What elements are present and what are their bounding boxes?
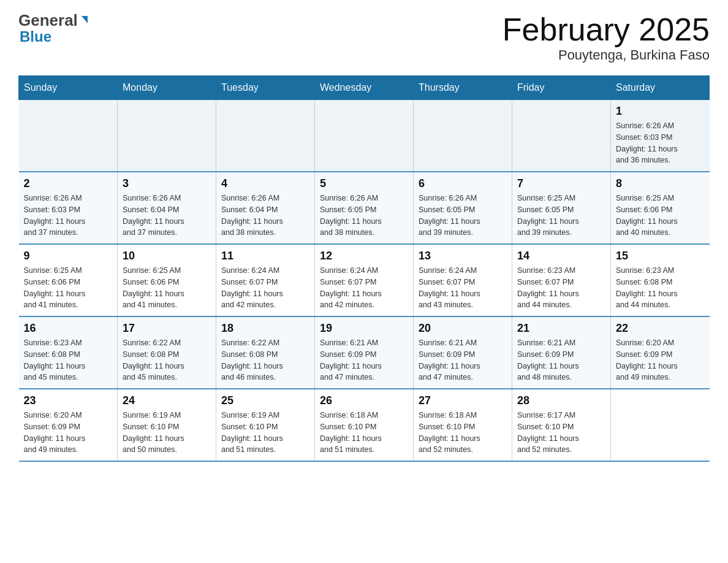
calendar-cell: 20Sunrise: 6:21 AMSunset: 6:09 PMDayligh… (414, 316, 512, 389)
calendar-cell: 8Sunrise: 6:25 AMSunset: 6:06 PMDaylight… (611, 172, 710, 244)
day-number: 11 (221, 250, 309, 262)
day-number: 7 (517, 177, 605, 190)
day-info: Sunrise: 6:18 AMSunset: 6:10 PMDaylight:… (419, 410, 507, 456)
logo-arrow-icon (79, 15, 90, 26)
calendar-cell: 11Sunrise: 6:24 AMSunset: 6:07 PMDayligh… (216, 244, 315, 316)
day-info: Sunrise: 6:21 AMSunset: 6:09 PMDaylight:… (320, 337, 408, 383)
logo-general-text: General (18, 12, 78, 28)
weekday-header-tuesday: Tuesday (216, 76, 315, 100)
day-info: Sunrise: 6:25 AMSunset: 6:06 PMDaylight:… (24, 265, 113, 311)
day-number: 26 (320, 394, 408, 407)
weekday-header-thursday: Thursday (414, 76, 512, 100)
day-info: Sunrise: 6:26 AMSunset: 6:04 PMDaylight:… (123, 193, 211, 239)
day-number: 21 (517, 322, 605, 335)
day-number: 17 (123, 322, 211, 335)
day-number: 27 (419, 394, 507, 407)
calendar-cell: 2Sunrise: 6:26 AMSunset: 6:03 PMDaylight… (19, 172, 118, 244)
calendar-header-row: SundayMondayTuesdayWednesdayThursdayFrid… (19, 76, 710, 100)
calendar-cell: 28Sunrise: 6:17 AMSunset: 6:10 PMDayligh… (512, 389, 611, 461)
calendar-cell: 19Sunrise: 6:21 AMSunset: 6:09 PMDayligh… (315, 316, 414, 389)
day-number: 9 (24, 250, 113, 262)
day-info: Sunrise: 6:22 AMSunset: 6:08 PMDaylight:… (123, 337, 211, 383)
day-info: Sunrise: 6:19 AMSunset: 6:10 PMDaylight:… (123, 410, 211, 456)
day-number: 10 (123, 250, 211, 262)
calendar-cell: 26Sunrise: 6:18 AMSunset: 6:10 PMDayligh… (315, 389, 414, 461)
calendar-table: SundayMondayTuesdayWednesdayThursdayFrid… (18, 75, 710, 462)
calendar-cell: 10Sunrise: 6:25 AMSunset: 6:06 PMDayligh… (118, 244, 216, 316)
weekday-header-monday: Monday (118, 76, 216, 100)
day-number: 15 (616, 250, 705, 262)
day-info: Sunrise: 6:25 AMSunset: 6:06 PMDaylight:… (123, 265, 211, 311)
day-info: Sunrise: 6:26 AMSunset: 6:05 PMDaylight:… (419, 193, 507, 239)
day-number: 25 (221, 394, 309, 407)
day-info: Sunrise: 6:23 AMSunset: 6:08 PMDaylight:… (616, 265, 705, 311)
day-number: 1 (616, 105, 705, 118)
calendar-week-row: 23Sunrise: 6:20 AMSunset: 6:09 PMDayligh… (19, 389, 710, 461)
calendar-cell: 5Sunrise: 6:26 AMSunset: 6:05 PMDaylight… (315, 172, 414, 244)
calendar-cell: 24Sunrise: 6:19 AMSunset: 6:10 PMDayligh… (118, 389, 216, 461)
day-info: Sunrise: 6:20 AMSunset: 6:09 PMDaylight:… (24, 410, 113, 456)
day-number: 2 (24, 177, 113, 190)
day-number: 24 (123, 394, 211, 407)
calendar-cell: 1Sunrise: 6:26 AMSunset: 6:03 PMDaylight… (611, 100, 710, 172)
day-info: Sunrise: 6:19 AMSunset: 6:10 PMDaylight:… (221, 410, 309, 456)
day-info: Sunrise: 6:20 AMSunset: 6:09 PMDaylight:… (616, 337, 705, 383)
page-subtitle: Pouytenga, Burkina Faso (502, 47, 710, 63)
calendar-cell: 18Sunrise: 6:22 AMSunset: 6:08 PMDayligh… (216, 316, 315, 389)
day-number: 28 (517, 394, 605, 407)
day-info: Sunrise: 6:26 AMSunset: 6:04 PMDaylight:… (221, 193, 309, 239)
svg-marker-0 (82, 16, 88, 23)
calendar-cell: 15Sunrise: 6:23 AMSunset: 6:08 PMDayligh… (611, 244, 710, 316)
day-number: 14 (517, 250, 605, 262)
calendar-cell: 27Sunrise: 6:18 AMSunset: 6:10 PMDayligh… (414, 389, 512, 461)
calendar-week-row: 9Sunrise: 6:25 AMSunset: 6:06 PMDaylight… (19, 244, 710, 316)
day-number: 22 (616, 322, 705, 335)
day-number: 5 (320, 177, 408, 190)
calendar-cell: 23Sunrise: 6:20 AMSunset: 6:09 PMDayligh… (19, 389, 118, 461)
day-number: 19 (320, 322, 408, 335)
day-info: Sunrise: 6:26 AMSunset: 6:03 PMDaylight:… (616, 120, 705, 166)
day-info: Sunrise: 6:23 AMSunset: 6:08 PMDaylight:… (24, 337, 113, 383)
day-info: Sunrise: 6:24 AMSunset: 6:07 PMDaylight:… (320, 265, 408, 311)
page-header: General Blue February 2025 Pouytenga, Bu… (18, 12, 710, 63)
logo-blue-text: Blue (18, 28, 51, 45)
weekday-header-wednesday: Wednesday (315, 76, 414, 100)
calendar-cell (118, 100, 216, 172)
day-info: Sunrise: 6:24 AMSunset: 6:07 PMDaylight:… (419, 265, 507, 311)
day-info: Sunrise: 6:17 AMSunset: 6:10 PMDaylight:… (517, 410, 605, 456)
calendar-week-row: 16Sunrise: 6:23 AMSunset: 6:08 PMDayligh… (19, 316, 710, 389)
calendar-cell: 6Sunrise: 6:26 AMSunset: 6:05 PMDaylight… (414, 172, 512, 244)
day-info: Sunrise: 6:21 AMSunset: 6:09 PMDaylight:… (517, 337, 605, 383)
calendar-cell: 25Sunrise: 6:19 AMSunset: 6:10 PMDayligh… (216, 389, 315, 461)
calendar-cell: 14Sunrise: 6:23 AMSunset: 6:07 PMDayligh… (512, 244, 611, 316)
calendar-cell: 13Sunrise: 6:24 AMSunset: 6:07 PMDayligh… (414, 244, 512, 316)
day-number: 4 (221, 177, 309, 190)
day-info: Sunrise: 6:26 AMSunset: 6:05 PMDaylight:… (320, 193, 408, 239)
day-number: 20 (419, 322, 507, 335)
calendar-cell: 22Sunrise: 6:20 AMSunset: 6:09 PMDayligh… (611, 316, 710, 389)
weekday-header-saturday: Saturday (611, 76, 710, 100)
day-number: 3 (123, 177, 211, 190)
calendar-cell (611, 389, 710, 461)
calendar-cell: 21Sunrise: 6:21 AMSunset: 6:09 PMDayligh… (512, 316, 611, 389)
day-info: Sunrise: 6:24 AMSunset: 6:07 PMDaylight:… (221, 265, 309, 311)
day-info: Sunrise: 6:22 AMSunset: 6:08 PMDaylight:… (221, 337, 309, 383)
calendar-cell: 7Sunrise: 6:25 AMSunset: 6:05 PMDaylight… (512, 172, 611, 244)
calendar-cell (315, 100, 414, 172)
calendar-cell (216, 100, 315, 172)
day-number: 16 (24, 322, 113, 335)
day-number: 13 (419, 250, 507, 262)
calendar-cell (19, 100, 118, 172)
weekday-header-sunday: Sunday (19, 76, 118, 100)
page-title: February 2025 (502, 12, 710, 47)
day-number: 18 (221, 322, 309, 335)
calendar-cell: 4Sunrise: 6:26 AMSunset: 6:04 PMDaylight… (216, 172, 315, 244)
calendar-week-row: 1Sunrise: 6:26 AMSunset: 6:03 PMDaylight… (19, 100, 710, 172)
day-number: 12 (320, 250, 408, 262)
calendar-cell (414, 100, 512, 172)
calendar-cell (512, 100, 611, 172)
day-info: Sunrise: 6:26 AMSunset: 6:03 PMDaylight:… (24, 193, 113, 239)
calendar-week-row: 2Sunrise: 6:26 AMSunset: 6:03 PMDaylight… (19, 172, 710, 244)
day-number: 6 (419, 177, 507, 190)
day-info: Sunrise: 6:21 AMSunset: 6:09 PMDaylight:… (419, 337, 507, 383)
